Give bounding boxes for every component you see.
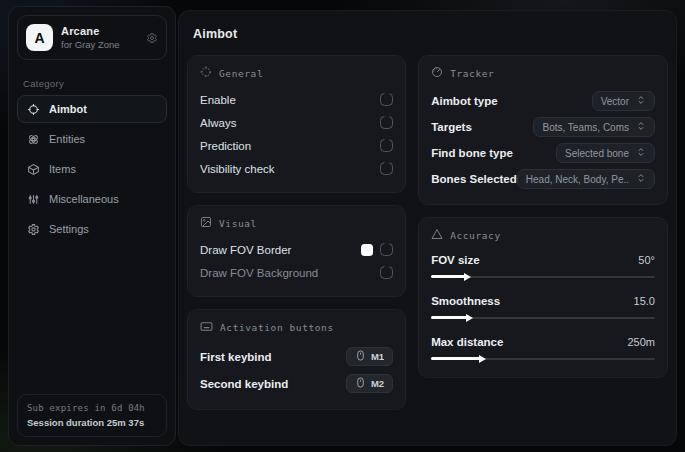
sidebar-item-label: Entities xyxy=(49,133,85,145)
setting-row-aimbot-type: Aimbot type Vector xyxy=(431,88,655,114)
keybind-value: M2 xyxy=(371,378,384,389)
chevrons-up-down-icon xyxy=(636,173,646,185)
panel-title: Tracker xyxy=(450,68,494,79)
panel-tracker: Tracker Aimbot type Vector Targets Bots,… xyxy=(418,55,668,205)
brand-card: A Arcane for Gray Zone xyxy=(17,15,167,60)
sidebar-item-settings[interactable]: Settings xyxy=(17,215,167,243)
max-distance-slider[interactable] xyxy=(431,354,655,363)
visibility-check-checkbox[interactable] xyxy=(380,162,393,175)
setting-row-targets: Targets Bots, Teams, Coms xyxy=(431,114,655,140)
panel-visual: Visual Draw FOV Border Draw FOV Backgrou… xyxy=(187,205,406,297)
panel-accuracy: Accuracy FOV size 50° xyxy=(418,217,668,378)
sidebar-item-label: Settings xyxy=(49,223,89,235)
sub-expiry-text: Sub expires in 6d 04h xyxy=(27,403,157,413)
setting-label: Prediction xyxy=(200,140,251,152)
brand-logo: A xyxy=(26,24,53,51)
slider-value: 250m xyxy=(627,336,655,348)
draw-fov-border-checkbox[interactable] xyxy=(380,243,393,256)
select-value: Vector xyxy=(601,96,629,107)
setting-label: Always xyxy=(200,117,236,129)
setting-row-always: Always xyxy=(200,111,393,134)
mouse-icon xyxy=(355,350,366,363)
setting-label: Draw FOV Border xyxy=(200,244,291,256)
smoothness-slider[interactable] xyxy=(431,313,655,322)
enable-checkbox[interactable] xyxy=(380,93,393,106)
crosshair-icon xyxy=(27,103,40,116)
sliders-icon xyxy=(27,193,40,206)
chevrons-up-down-icon xyxy=(636,121,646,133)
fov-border-color-swatch[interactable] xyxy=(361,244,373,256)
first-keybind-button[interactable]: M1 xyxy=(346,347,393,366)
slider-value: 15.0 xyxy=(634,295,655,307)
keyboard-icon xyxy=(200,320,213,335)
slider-fill xyxy=(431,275,465,278)
panel-title: Activation buttons xyxy=(220,322,334,333)
aimbot-type-select[interactable]: Vector xyxy=(592,91,655,111)
sidebar-item-label: Miscellaneous xyxy=(49,193,119,205)
radar-icon xyxy=(431,66,443,80)
sidebar-item-items[interactable]: Items xyxy=(17,155,167,183)
select-value: Head, Neck, Body, Pe.. xyxy=(526,174,629,185)
always-checkbox[interactable] xyxy=(380,116,393,129)
setting-row-prediction: Prediction xyxy=(200,134,393,157)
setting-row-draw-fov-border: Draw FOV Border xyxy=(200,238,393,261)
setting-row-draw-fov-background: Draw FOV Background xyxy=(200,261,393,284)
setting-row-visibility-check: Visibility check xyxy=(200,157,393,180)
crosshair-dotted-icon xyxy=(200,66,212,80)
slider-group-smoothness: Smoothness 15.0 xyxy=(431,291,655,322)
slider-fill xyxy=(431,316,467,319)
setting-row-find-bone-type: Find bone type Selected bone xyxy=(431,140,655,166)
panel-title: General xyxy=(219,68,263,79)
setting-label: Bones Selected xyxy=(431,173,517,185)
setting-label: Max distance xyxy=(431,336,503,348)
sidebar-item-entities[interactable]: Entities xyxy=(17,125,167,153)
sidebar-item-aimbot[interactable]: Aimbot xyxy=(17,95,167,123)
keybind-value: M1 xyxy=(371,351,384,362)
setting-label: Smoothness xyxy=(431,295,500,307)
setting-row-enable: Enable xyxy=(200,88,393,111)
setting-label: Targets xyxy=(431,121,472,133)
chevrons-up-down-icon xyxy=(636,147,646,159)
app-window: A Arcane for Gray Zone Category Aimbot xyxy=(0,0,685,452)
panel-title: Accuracy xyxy=(450,230,501,241)
sidebar-nav: Aimbot Entities Items Miscellaneous xyxy=(9,95,175,243)
gear-icon[interactable] xyxy=(146,32,158,44)
slider-value: 50° xyxy=(638,254,655,266)
gear-icon xyxy=(27,223,40,236)
setting-row-first-keybind: First keybind M1 xyxy=(200,343,393,370)
image-icon xyxy=(200,216,212,230)
brand-tagline: for Gray Zone xyxy=(61,39,138,50)
draw-fov-background-checkbox[interactable] xyxy=(380,266,393,279)
sidebar: A Arcane for Gray Zone Category Aimbot xyxy=(8,6,176,446)
category-label: Category xyxy=(23,78,161,89)
second-keybind-button[interactable]: M2 xyxy=(346,374,393,393)
setting-row-second-keybind: Second keybind M2 xyxy=(200,370,393,397)
setting-row-bones-selected: Bones Selected Head, Neck, Body, Pe.. xyxy=(431,166,655,192)
chevrons-up-down-icon xyxy=(636,95,646,107)
slider-group-max-distance: Max distance 250m xyxy=(431,332,655,363)
prediction-checkbox[interactable] xyxy=(380,139,393,152)
setting-label: Draw FOV Background xyxy=(200,267,318,279)
select-value: Selected bone xyxy=(565,148,629,159)
select-value: Bots, Teams, Coms xyxy=(542,122,629,133)
bones-selected-select[interactable]: Head, Neck, Body, Pe.. xyxy=(517,169,655,189)
box-icon xyxy=(27,163,40,176)
main-content: Aimbot General Enable xyxy=(178,10,677,446)
slider-group-fov-size: FOV size 50° xyxy=(431,250,655,281)
triangle-icon xyxy=(431,228,443,242)
setting-label: Aimbot type xyxy=(431,95,497,107)
targets-select[interactable]: Bots, Teams, Coms xyxy=(533,117,655,137)
sidebar-item-miscellaneous[interactable]: Miscellaneous xyxy=(17,185,167,213)
fov-size-slider[interactable] xyxy=(431,272,655,281)
slider-fill xyxy=(431,357,480,360)
session-duration-text: Session duration 25m 37s xyxy=(27,417,157,428)
find-bone-type-select[interactable]: Selected bone xyxy=(556,143,655,163)
panel-general: General Enable Always Prediction xyxy=(187,55,406,193)
setting-label: Visibility check xyxy=(200,163,275,175)
panel-activation-buttons: Activation buttons First keybind M1 Seco… xyxy=(187,309,406,410)
entities-icon xyxy=(27,133,40,146)
sidebar-item-label: Aimbot xyxy=(49,103,87,115)
sidebar-item-label: Items xyxy=(49,163,76,175)
brand-name: Arcane xyxy=(61,25,138,37)
setting-label: Find bone type xyxy=(431,147,513,159)
